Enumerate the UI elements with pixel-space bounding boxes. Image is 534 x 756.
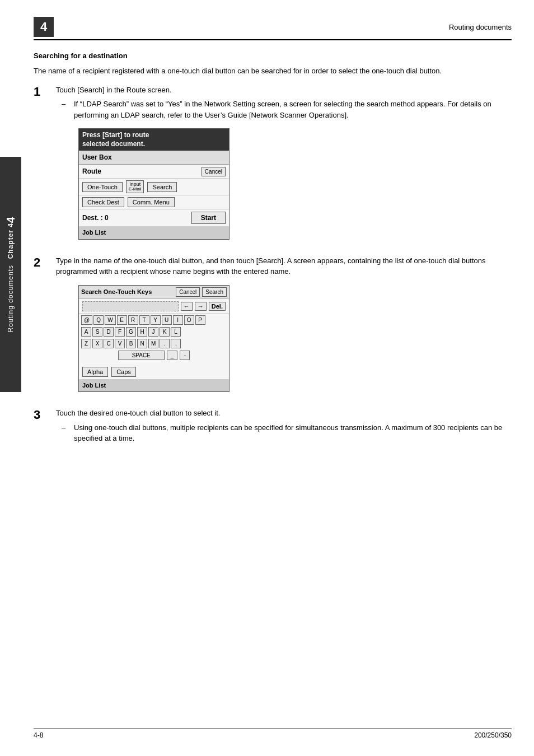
step-3-bullet: – Using one-touch dial buttons, multiple… bbox=[62, 422, 512, 444]
screen2-del-btn[interactable]: Del. bbox=[209, 302, 226, 311]
side-tab-number: 4 bbox=[4, 217, 17, 223]
kb-key-comma[interactable]: , bbox=[171, 339, 181, 348]
kb-key-s[interactable]: S bbox=[92, 327, 102, 337]
kb-key-u[interactable]: U bbox=[162, 315, 172, 325]
screen1-section-label: User Box bbox=[79, 151, 229, 165]
screen2-search-btn[interactable]: Search bbox=[202, 287, 227, 297]
kb-key-at[interactable]: @ bbox=[81, 315, 92, 325]
kb-key-q[interactable]: Q bbox=[93, 315, 104, 325]
screen2-header: Search One-Touch Keys Cancel Search bbox=[79, 286, 229, 299]
chapter-header: 4 Routing documents bbox=[34, 17, 512, 40]
screen1-comm-menu-btn[interactable]: Comm. Menu bbox=[128, 197, 175, 207]
side-tab-routing-label: Routing documents bbox=[7, 265, 15, 332]
bullet-dash-3: – bbox=[62, 422, 69, 444]
screen1-buttons-row2: Check Dest Comm. Menu bbox=[79, 195, 229, 209]
kb-key-f[interactable]: F bbox=[115, 327, 125, 337]
screen2-job-list[interactable]: Job List bbox=[79, 379, 229, 392]
step-2-number: 2 bbox=[34, 255, 49, 270]
screen1-route-row: Route Cancel bbox=[79, 165, 229, 179]
main-content: 4 Routing documents Searching for a dest… bbox=[34, 0, 512, 444]
kb-key-m[interactable]: M bbox=[148, 339, 158, 348]
kb-key-b[interactable]: B bbox=[126, 339, 136, 348]
kb-key-p[interactable]: P bbox=[195, 315, 205, 325]
kb-key-o[interactable]: O bbox=[184, 315, 194, 325]
kb-key-x[interactable]: X bbox=[92, 339, 102, 348]
chapter-title: Routing documents bbox=[449, 23, 512, 31]
screen2-input-row: ← → Del. bbox=[79, 299, 229, 314]
kb-key-w[interactable]: W bbox=[105, 315, 115, 325]
screen2-alpha-btn[interactable]: Alpha bbox=[82, 367, 108, 377]
chapter-number-box: 4 bbox=[34, 17, 54, 37]
kb-dash-btn[interactable]: - bbox=[180, 351, 190, 360]
bullet-dash-1: – bbox=[62, 99, 69, 120]
screen1-dest-text: Dest. : 0 bbox=[82, 213, 109, 223]
side-tab: 4 Chapter 4 Routing documents bbox=[0, 157, 21, 392]
screen2-row1: @ Q W E R T Y U I O P bbox=[79, 314, 229, 326]
screen1-header-line2: selected document. bbox=[82, 140, 226, 149]
screen2-mockup: Search One-Touch Keys Cancel Search ← → … bbox=[78, 285, 229, 393]
screen1-search-btn[interactable]: Search bbox=[147, 182, 177, 192]
screen1-job-list[interactable]: Job List bbox=[79, 226, 229, 239]
screen1-route-label: Route bbox=[82, 166, 198, 176]
screen2-text-field[interactable] bbox=[82, 301, 179, 311]
kb-key-c[interactable]: C bbox=[104, 339, 114, 348]
kb-key-d[interactable]: D bbox=[104, 327, 114, 337]
step-2: 2 Type in the name of the one-touch dial… bbox=[34, 255, 512, 400]
kb-key-g[interactable]: G bbox=[126, 327, 136, 337]
kb-key-v[interactable]: V bbox=[115, 339, 125, 348]
kb-key-j[interactable]: J bbox=[148, 327, 158, 337]
kb-underscore-btn[interactable]: _ bbox=[167, 351, 178, 360]
kb-space-btn[interactable]: SPACE bbox=[118, 351, 165, 360]
screen2-right-arrow-btn[interactable]: → bbox=[195, 302, 207, 311]
screen1-start-btn[interactable]: Start bbox=[191, 212, 226, 224]
screen2-left-arrow-btn[interactable]: ← bbox=[181, 302, 193, 311]
kb-key-z[interactable]: Z bbox=[81, 339, 91, 348]
screen1-buttons-row1: One-Touch Input E-Mail Search bbox=[79, 179, 229, 195]
footer-right: 200/250/350 bbox=[474, 731, 512, 739]
intro-text: The name of a recipient registered with … bbox=[34, 66, 512, 77]
kb-key-t[interactable]: T bbox=[139, 315, 149, 325]
kb-key-l[interactable]: L bbox=[171, 327, 181, 337]
side-tab-chapter-label: Chapter 4 bbox=[7, 223, 15, 259]
screen1-header: Press [Start] to route selected document… bbox=[79, 129, 229, 151]
step-1-content: Touch [Search] in the Route screen. – If… bbox=[56, 85, 512, 248]
screen2-caps-btn[interactable]: Caps bbox=[111, 367, 136, 377]
screen2-row3: Z X C V B N M . , bbox=[79, 338, 229, 349]
kb-key-k[interactable]: K bbox=[160, 327, 170, 337]
screen1-input-btn[interactable]: Input E-Mail bbox=[126, 180, 144, 193]
step-1-bullet-text: If “LDAP Search” was set to “Yes” in the… bbox=[74, 99, 512, 120]
kb-key-r[interactable]: R bbox=[128, 315, 138, 325]
step-3-text: Touch the desired one-touch dial button … bbox=[56, 409, 220, 417]
footer-left: 4-8 bbox=[34, 731, 43, 739]
step-3-content: Touch the desired one-touch dial button … bbox=[56, 408, 512, 444]
kb-key-i[interactable]: I bbox=[173, 315, 183, 325]
screen1-check-dest-btn[interactable]: Check Dest bbox=[82, 197, 124, 207]
chapter-number: 4 bbox=[40, 20, 47, 34]
screen2-bottom-row: Alpha Caps bbox=[79, 365, 229, 379]
screen2-row2: A S D F G H J K L bbox=[79, 326, 229, 338]
step-2-text: Type in the name of the one-touch dial b… bbox=[56, 256, 486, 276]
screen1-mockup: Press [Start] to route selected document… bbox=[78, 128, 229, 240]
screen1-header-line1: Press [Start] to route bbox=[82, 131, 226, 140]
kb-key-n[interactable]: N bbox=[137, 339, 147, 348]
screen2-cancel-btn[interactable]: Cancel bbox=[176, 287, 200, 297]
section-heading: Searching for a destination bbox=[34, 52, 512, 60]
kb-key-y[interactable]: Y bbox=[151, 315, 161, 325]
kb-key-period[interactable]: . bbox=[160, 339, 170, 348]
screen1-one-touch-btn[interactable]: One-Touch bbox=[82, 182, 123, 192]
step-3-number: 3 bbox=[34, 408, 49, 422]
step-3-bullet-text: Using one-touch dial buttons, multiple r… bbox=[74, 422, 512, 444]
screen2-title: Search One-Touch Keys bbox=[81, 287, 174, 297]
step-3: 3 Touch the desired one-touch dial butto… bbox=[34, 408, 512, 444]
step-2-content: Type in the name of the one-touch dial b… bbox=[56, 255, 512, 400]
screen2-space-row: SPACE _ - bbox=[79, 349, 229, 361]
kb-key-a[interactable]: A bbox=[81, 327, 91, 337]
screen1-cancel-btn[interactable]: Cancel bbox=[202, 167, 226, 176]
step-1: 1 Touch [Search] in the Route screen. – … bbox=[34, 85, 512, 248]
step-1-number: 1 bbox=[34, 85, 49, 99]
page-footer: 4-8 200/250/350 bbox=[34, 729, 512, 739]
kb-key-h[interactable]: H bbox=[137, 327, 147, 337]
kb-key-e[interactable]: E bbox=[117, 315, 127, 325]
screen1-dest-row: Dest. : 0 Start bbox=[79, 209, 229, 226]
step-1-bullet: – If “LDAP Search” was set to “Yes” in t… bbox=[62, 99, 512, 120]
